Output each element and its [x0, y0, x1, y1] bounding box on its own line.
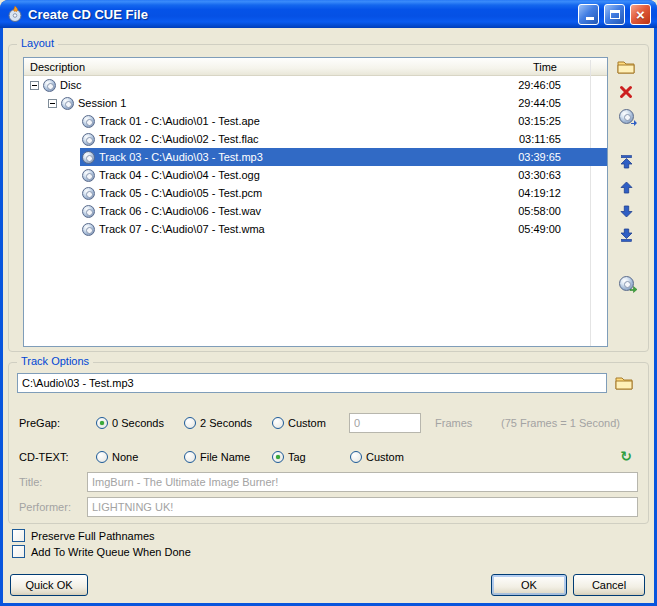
pregap-0-seconds-label[interactable]: 0 Seconds	[112, 417, 164, 429]
tree-row-track-07[interactable]: Track 07 - C:\Audio\07 - Test.wma 05:49:…	[24, 220, 607, 238]
track-options-caption: Track Options	[17, 355, 93, 367]
arrow-to-bottom-icon	[620, 228, 633, 242]
preserve-pathnames-row[interactable]: Preserve Full Pathnames	[12, 529, 155, 542]
dialog-body: Layout Description Time Disc 29:46:05	[3, 28, 654, 603]
window-title: Create CD CUE File	[28, 7, 573, 22]
add-files-button[interactable]	[613, 56, 639, 78]
pregap-custom-frames-input	[349, 413, 421, 433]
column-header-description[interactable]: Description	[24, 61, 533, 73]
track-icon	[82, 169, 95, 182]
add-to-queue-row[interactable]: Add To Write Queue When Done	[12, 545, 191, 558]
column-header-time[interactable]: Time	[533, 61, 557, 73]
close-icon: ×	[636, 7, 645, 22]
app-icon	[7, 6, 23, 22]
cdtext-none-radio[interactable]	[96, 451, 108, 463]
pregap-0-seconds-radio[interactable]	[96, 417, 108, 429]
minimize-button[interactable]	[578, 4, 599, 25]
track-options-group: Track Options PreGap: 0 Seconds 2 Second…	[8, 362, 649, 524]
cdtext-custom-label[interactable]: Custom	[366, 451, 404, 463]
cdtext-filename-label[interactable]: File Name	[200, 451, 250, 463]
cdtext-none-label[interactable]: None	[112, 451, 138, 463]
cancel-button[interactable]: Cancel	[573, 574, 645, 596]
folder-icon	[617, 60, 635, 74]
disc-icon	[43, 79, 56, 92]
folder-icon	[615, 376, 633, 390]
pregap-label: PreGap:	[19, 417, 60, 429]
collapse-toggle-session[interactable]	[48, 99, 57, 108]
cdtext-tag-label[interactable]: Tag	[288, 451, 306, 463]
quick-ok-button[interactable]: Quick OK	[10, 574, 88, 596]
track-icon	[82, 187, 95, 200]
collapse-toggle-disc[interactable]	[30, 81, 39, 90]
track-icon	[82, 115, 95, 128]
session-icon	[61, 97, 74, 110]
move-to-bottom-button[interactable]	[613, 224, 639, 246]
preserve-pathnames-checkbox[interactable]	[12, 529, 25, 542]
pregap-custom-label[interactable]: Custom	[288, 417, 326, 429]
maximize-button[interactable]	[604, 4, 625, 25]
frames-hint: (75 Frames = 1 Second)	[501, 417, 620, 429]
remove-track-button[interactable]	[613, 81, 639, 103]
title-label: Title:	[19, 476, 42, 488]
frames-label: Frames	[435, 417, 472, 429]
minimize-icon	[586, 17, 594, 20]
arrow-up-icon	[620, 181, 633, 194]
track-list[interactable]: Description Time Disc 29:46:05	[23, 57, 608, 347]
pregap-2-seconds-radio[interactable]	[184, 417, 196, 429]
arrow-down-icon	[620, 205, 633, 218]
performer-input	[87, 497, 638, 517]
track-icon	[82, 205, 95, 218]
add-to-queue-checkbox[interactable]	[12, 545, 25, 558]
tree-row-session[interactable]: Session 1 29:44:05	[24, 94, 607, 112]
disc-tool-button[interactable]	[613, 105, 639, 127]
tree-row-track-01[interactable]: Track 01 - C:\Audio\01 - Test.ape 03:15:…	[24, 112, 607, 130]
cdtext-label: CD-TEXT:	[19, 451, 69, 463]
tree-row-disc[interactable]: Disc 29:46:05	[24, 76, 607, 94]
preserve-pathnames-label[interactable]: Preserve Full Pathnames	[31, 530, 155, 542]
refresh-cdtext-button[interactable]: ↻	[613, 445, 639, 467]
refresh-cdtext-icon: ↻	[620, 449, 632, 463]
dialog-window: Create CD CUE File × Layout Description …	[0, 0, 657, 606]
tree-row-track-05[interactable]: Track 05 - C:\Audio\05 - Test.pcm 04:19:…	[24, 184, 607, 202]
track-icon	[82, 151, 95, 164]
tree-row-track-06[interactable]: Track 06 - C:\Audio\06 - Test.wav 05:58:…	[24, 202, 607, 220]
title-input	[87, 472, 638, 492]
build-cue-button[interactable]	[613, 272, 639, 294]
move-to-top-button[interactable]	[613, 151, 639, 173]
browse-file-button[interactable]	[611, 372, 637, 394]
maximize-icon	[610, 10, 620, 19]
cdtext-filename-radio[interactable]	[184, 451, 196, 463]
cdtext-custom-radio[interactable]	[350, 451, 362, 463]
red-x-icon	[619, 85, 633, 99]
track-icon	[82, 223, 95, 236]
arrow-to-top-icon	[620, 155, 633, 169]
tree-row-track-02[interactable]: Track 02 - C:\Audio\02 - Test.flac 03:11…	[24, 130, 607, 148]
cdtext-tag-radio[interactable]	[272, 451, 284, 463]
pregap-custom-radio[interactable]	[272, 417, 284, 429]
tree-row-track-03-selected[interactable]: Track 03 - C:\Audio\03 - Test.mp3 03:39:…	[24, 148, 607, 166]
close-button[interactable]: ×	[630, 4, 651, 25]
ok-button[interactable]: OK	[491, 574, 567, 596]
tree-row-track-04[interactable]: Track 04 - C:\Audio\04 - Test.ogg 03:30:…	[24, 166, 607, 184]
green-arrow-icon	[629, 285, 638, 294]
move-down-button[interactable]	[613, 200, 639, 222]
add-to-queue-label[interactable]: Add To Write Queue When Done	[31, 546, 191, 558]
track-file-path-input[interactable]	[17, 373, 607, 393]
layout-group: Layout Description Time Disc 29:46:05	[8, 44, 649, 352]
titlebar[interactable]: Create CD CUE File ×	[0, 0, 657, 28]
list-header: Description Time	[24, 58, 607, 76]
pregap-2-seconds-label[interactable]: 2 Seconds	[200, 417, 252, 429]
track-icon	[82, 133, 95, 146]
layout-group-caption: Layout	[17, 37, 58, 49]
blue-arrow-icon	[630, 119, 638, 127]
move-up-button[interactable]	[613, 176, 639, 198]
performer-label: Performer:	[19, 501, 71, 513]
